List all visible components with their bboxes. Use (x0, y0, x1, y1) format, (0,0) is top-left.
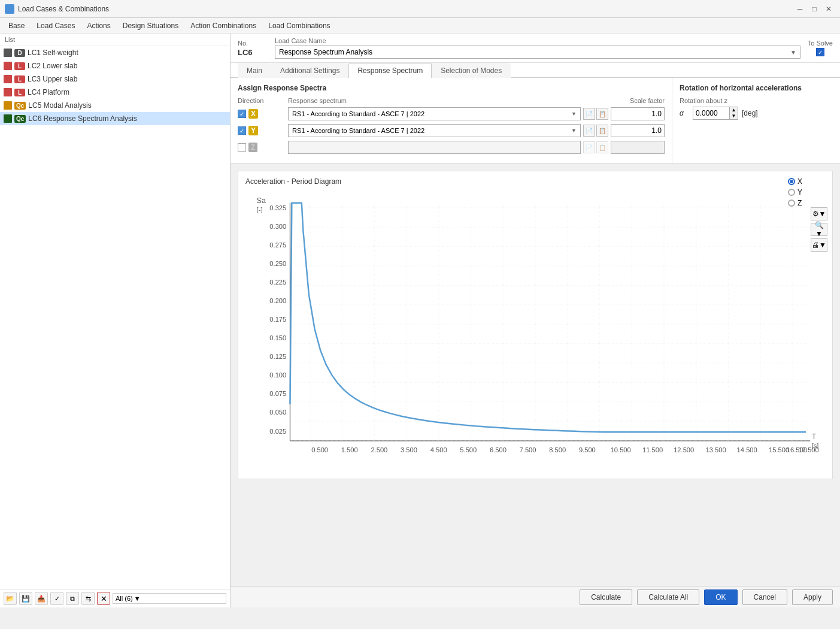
menu-actions[interactable]: Actions (81, 20, 116, 32)
chart-container: Acceleration - Period Diagram X Y (231, 164, 840, 586)
svg-text:0.125: 0.125 (269, 353, 286, 360)
spectra-row-x: ✓ X RS1 - According to Standard - ASCE 7… (238, 107, 665, 121)
edit-spectrum-y[interactable]: 📄 (583, 125, 595, 137)
dir-label-y: Y (248, 126, 258, 135)
maximize-button[interactable]: □ (808, 2, 821, 16)
spectra-row-y: ✓ Y RS1 - According to Standard - ASCE 7… (238, 123, 665, 138)
checkbox-y[interactable]: ✓ (238, 126, 246, 135)
svg-text:0.225: 0.225 (269, 279, 286, 286)
sidebar-header: List (0, 34, 230, 46)
ok-button[interactable]: OK (704, 589, 737, 605)
radio-z[interactable] (788, 199, 795, 207)
spectrum-text-y: RS1 - According to Standard - ASCE 7 | 2… (292, 127, 571, 134)
menu-action-combinations[interactable]: Action Combinations (184, 20, 262, 32)
tab-response-spectrum[interactable]: Response Spectrum (348, 63, 432, 78)
radio-y[interactable] (788, 189, 795, 196)
svg-text:6.500: 6.500 (490, 446, 507, 453)
calculate-button[interactable]: Calculate (580, 589, 632, 605)
check-button[interactable]: ✓ (50, 592, 63, 605)
dir-label-z: Z (248, 143, 257, 152)
menu-design-situations[interactable]: Design Situations (117, 20, 184, 32)
svg-text:3.500: 3.500 (401, 446, 417, 453)
checkbox-z[interactable] (238, 143, 246, 152)
svg-text:[s]: [s] (812, 442, 819, 449)
spectrum-dropdown-x[interactable]: RS1 - According to Standard - ASCE 7 | 2… (288, 107, 581, 120)
rotation-increment-button[interactable]: ▲ (729, 107, 738, 113)
scale-input-x[interactable] (611, 107, 665, 120)
radio-x[interactable] (788, 178, 795, 185)
svg-text:14.500: 14.500 (737, 446, 757, 453)
sidebar-item-3[interactable]: L LC3 Upper slab (0, 72, 230, 86)
item-tag-4: L (14, 89, 25, 96)
menu-bar: Base Load Cases Actions Design Situation… (0, 18, 840, 34)
sidebar-item-1[interactable]: D LC1 Self-weight (0, 46, 230, 59)
dir-label-x: X (248, 109, 258, 119)
item-label-4: LC4 Platform (28, 88, 69, 96)
menu-load-combinations[interactable]: Load Combinations (262, 20, 336, 32)
spectrum-dropdown-y[interactable]: RS1 - According to Standard - ASCE 7 | 2… (288, 124, 581, 137)
filter-label: All (6) (116, 595, 133, 602)
view-spectrum-x[interactable]: 📋 (596, 108, 608, 120)
tab-additional-settings[interactable]: Additional Settings (271, 63, 348, 78)
spectrum-icons-y: 📄 📋 (583, 125, 608, 137)
cancel-button[interactable]: Cancel (742, 589, 787, 605)
radio-item-x[interactable]: X (788, 177, 802, 186)
sidebar-item-5[interactable]: Qc LC5 Modal Analysis (0, 99, 230, 112)
checkbox-x[interactable]: ✓ (238, 110, 246, 118)
chart-settings-button[interactable]: ⚙▼ (811, 207, 827, 220)
menu-base[interactable]: Base (2, 20, 31, 32)
edit-spectrum-x[interactable]: 📄 (583, 108, 595, 120)
chart-controls: X Y Z (788, 177, 802, 207)
chart-area: Acceleration - Period Diagram X Y (238, 171, 833, 479)
svg-text:[-]: [-] (257, 206, 263, 213)
name-dropdown-text: Response Spectrum Analysis (279, 48, 790, 56)
radio-item-z[interactable]: Z (788, 199, 802, 207)
svg-text:0.100: 0.100 (269, 371, 286, 379)
top-content: Assign Response Spectra Direction Respon… (231, 78, 840, 164)
radio-item-y[interactable]: Y (788, 188, 802, 196)
apply-button[interactable]: Apply (792, 589, 833, 605)
minimize-button[interactable]: ─ (793, 2, 806, 16)
to-solve-checkbox[interactable]: ✓ (816, 48, 824, 56)
rotation-subtitle: Rotation about z (680, 97, 833, 104)
col-direction-header: Direction (238, 97, 286, 104)
tab-main[interactable]: Main (238, 63, 271, 78)
move-button[interactable]: ⇆ (81, 592, 95, 605)
sidebar-item-4[interactable]: L LC4 Platform (0, 86, 230, 99)
copy-button[interactable]: ⧉ (66, 592, 79, 605)
spectra-title: Assign Response Spectra (238, 84, 665, 92)
no-label: No. (238, 40, 268, 47)
tab-selection-of-modes[interactable]: Selection of Modes (432, 63, 511, 78)
calculate-all-button[interactable]: Calculate All (637, 589, 699, 605)
open-folder-button[interactable]: 📂 (4, 592, 17, 605)
item-tag-6: Qc (14, 115, 26, 123)
scale-input-y[interactable] (611, 124, 665, 137)
svg-text:10.500: 10.500 (611, 446, 631, 453)
sidebar-item-6[interactable]: Qc LC6 Response Spectrum Analysis (0, 112, 230, 125)
name-dropdown[interactable]: Response Spectrum Analysis ▼ (275, 46, 800, 59)
menu-load-cases[interactable]: Load Cases (31, 20, 81, 32)
filter-dropdown[interactable]: All (6) ▼ (113, 593, 226, 604)
chart-icon-group: ⚙▼ 🔍▼ 🖨▼ (811, 207, 827, 252)
header-section: No. LC6 Load Case Name Response Spectrum… (231, 34, 840, 63)
view-spectrum-y[interactable]: 📋 (596, 125, 608, 137)
svg-text:13.500: 13.500 (706, 446, 726, 453)
content-area: Assign Response Spectra Direction Respon… (231, 78, 840, 586)
rotation-input[interactable] (693, 107, 729, 119)
item-tag-2: L (14, 62, 25, 70)
col-spectrum-header: Response spectrum (288, 97, 608, 104)
rotation-decrement-button[interactable]: ▼ (729, 113, 738, 119)
close-button[interactable]: ✕ (822, 2, 835, 16)
tabs-bar: MainAdditional SettingsResponse Spectrum… (231, 63, 840, 78)
chart-zoom-button[interactable]: 🔍▼ (811, 223, 827, 236)
check-dir-z: Z (238, 143, 286, 152)
svg-text:0.250: 0.250 (269, 260, 286, 267)
sidebar-item-2[interactable]: L LC2 Lower slab (0, 59, 230, 72)
to-solve-label: To Solve (808, 40, 833, 47)
save-button[interactable]: 💾 (19, 592, 32, 605)
import-button[interactable]: 📥 (35, 592, 48, 605)
delete-button[interactable]: ✕ (97, 592, 110, 605)
item-color-4 (4, 88, 12, 96)
chart-print-button[interactable]: 🖨▼ (811, 238, 827, 252)
main-container: List D LC1 Self-weight L LC2 Lower slab … (0, 34, 840, 607)
